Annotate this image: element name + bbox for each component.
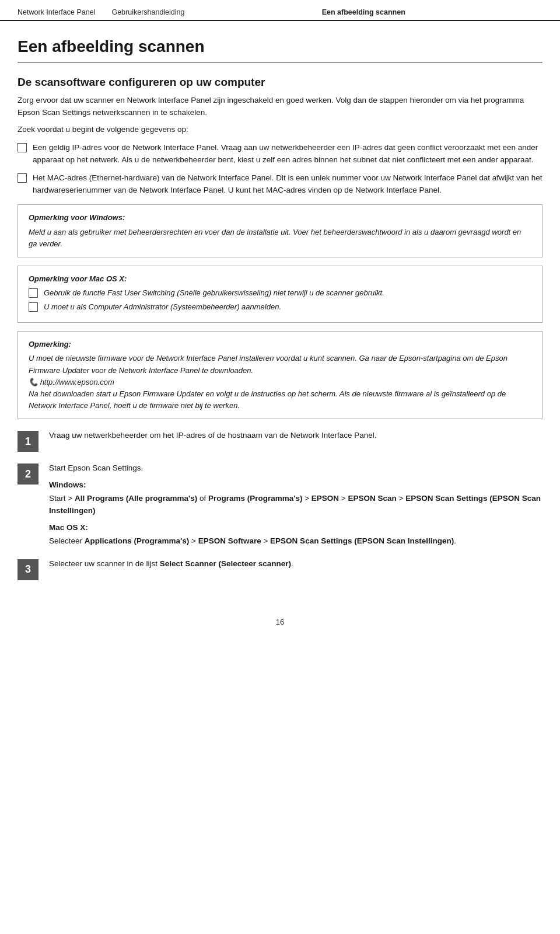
page-number: 16: [276, 618, 284, 626]
note-general-line1: U moet de nieuwste firmware voor de Netw…: [29, 354, 508, 374]
step-3-row: 3 Selecteer uw scanner in de lijst Selec…: [18, 558, 542, 580]
checklist-item-1-text: Een geldig IP-adres voor de Network Inte…: [33, 142, 542, 166]
page-content: Een afbeelding scannen De scansoftware c…: [0, 37, 560, 608]
note-general-link[interactable]: http://www.epson.com: [40, 378, 114, 386]
header-manual-title: Gebruikershandleiding: [111, 8, 184, 16]
step-2-number: 2: [18, 463, 38, 485]
list-item: Het MAC-adres (Ethernet-hardware) van de…: [18, 172, 542, 197]
checkbox-icon-mac-1: [29, 288, 38, 298]
note-general-box: Opmerking: U moet de nieuwste firmware v…: [18, 331, 542, 419]
note-windows-box: Opmerking voor Windows: Meld u aan als g…: [18, 204, 542, 257]
arrow3: >: [397, 494, 405, 503]
checkbox-icon: [18, 143, 27, 152]
intro-paragraph-2: Zoek voordat u begint de volgende gegeve…: [18, 124, 542, 136]
arrow1: >: [302, 494, 311, 503]
step-2-windows-label: Windows:: [49, 479, 542, 492]
step-2-row: 2 Start Epson Scan Settings. Windows: St…: [18, 462, 542, 548]
note-general-title: Opmerking:: [29, 339, 531, 350]
page-header: Network Interface Panel Gebruikershandle…: [0, 0, 560, 21]
checklist-item-1-main: Een geldig IP-adres voor de Network Inte…: [33, 143, 221, 152]
note-windows-title: Opmerking voor Windows:: [29, 212, 531, 224]
step-3-number: 3: [18, 559, 38, 580]
selecteer-label: Selecteer: [49, 536, 85, 545]
header-product-title: Network Interface Panel: [18, 8, 95, 16]
note-mac-title: Opmerking voor Mac OS X:: [29, 273, 531, 285]
checkbox-icon-2: [18, 173, 27, 183]
arrow2: >: [339, 494, 348, 503]
note-mac-item-1: Gebruik de functie Fast User Switching (…: [29, 287, 531, 299]
steps-section: 1 Vraag uw netwerkbeheerder om het IP-ad…: [18, 430, 542, 580]
header-left: Network Interface Panel Gebruikershandle…: [18, 8, 185, 16]
section-title: De scansoftware configureren op uw compu…: [18, 76, 542, 89]
note-mac-box: Opmerking voor Mac OS X: Gebruik de func…: [18, 266, 542, 323]
all-programs-bold: All Programs (Alle programma's): [75, 494, 197, 503]
period: .: [454, 536, 456, 545]
step-1-number: 1: [18, 431, 38, 452]
intro-paragraph-1: Zorg ervoor dat uw scanner en Network In…: [18, 95, 542, 119]
start-label: Start >: [49, 494, 75, 503]
step-1-row: 1 Vraag uw netwerkbeheerder om het IP-ad…: [18, 430, 542, 452]
checklist-item-2-main: Het MAC-adres (Ethernet-hardware) van de…: [33, 173, 276, 182]
step-2-windows-text: Start > All Programs (Alle programma's) …: [49, 493, 542, 517]
step-1-text: Vraag uw netwerkbeheerder om het IP-adre…: [49, 431, 377, 440]
step-2-mac-text: Selecteer Applications (Programma's) > E…: [49, 535, 542, 548]
epson-software-bold: EPSON Software: [198, 536, 261, 545]
programs-bold: Programs (Programma's): [208, 494, 303, 503]
note-general-line2: Na het downloaden start u Epson Firmware…: [29, 389, 506, 410]
checkbox-icon-mac-2: [29, 302, 38, 312]
note-mac-item-2: U moet u als Computer Administrator (Sys…: [29, 301, 531, 313]
note-general-icon: 📞: [29, 378, 40, 386]
applications-bold: Applications (Programma's): [85, 536, 190, 545]
page-footer: 16: [0, 608, 560, 631]
checklist: Een geldig IP-adres voor de Network Inte…: [18, 142, 542, 197]
header-center-title: Een afbeelding scannen: [185, 8, 543, 16]
arrow-mac2: >: [261, 536, 270, 545]
epson-scan-settings-bold: EPSON Scan Settings (EPSON Scan Instelli…: [270, 536, 454, 545]
step-3-bold: Select Scanner (Selecteer scanner): [160, 559, 291, 568]
step-3-content: Selecteer uw scanner in de lijst Select …: [49, 558, 542, 570]
arrow-mac1: >: [189, 536, 198, 545]
chapter-title: Een afbeelding scannen: [18, 37, 542, 63]
of-label: of: [197, 494, 208, 503]
epson-bold: EPSON: [312, 494, 339, 503]
checklist-item-2-text: Het MAC-adres (Ethernet-hardware) van de…: [33, 172, 542, 197]
step-2-mac-label: Mac OS X:: [49, 522, 542, 534]
step-3-text-before: Selecteer uw scanner in de lijst: [49, 559, 160, 568]
step-3-text-after: .: [291, 559, 293, 568]
step-2-content: Start Epson Scan Settings. Windows: Star…: [49, 462, 542, 548]
note-general-body: U moet de nieuwste firmware voor de Netw…: [29, 353, 531, 412]
note-mac-item-1-text: Gebruik de functie Fast User Switching (…: [44, 287, 384, 299]
list-item: Een geldig IP-adres voor de Network Inte…: [18, 142, 542, 166]
epson-scan-bold: EPSON Scan: [348, 494, 397, 503]
step-2-intro: Start Epson Scan Settings.: [49, 463, 143, 472]
step-1-content: Vraag uw netwerkbeheerder om het IP-adre…: [49, 430, 542, 442]
note-mac-item-2-text: U moet u als Computer Administrator (Sys…: [44, 301, 281, 313]
note-windows-body: Meld u aan als gebruiker met beheerdersr…: [29, 226, 531, 250]
